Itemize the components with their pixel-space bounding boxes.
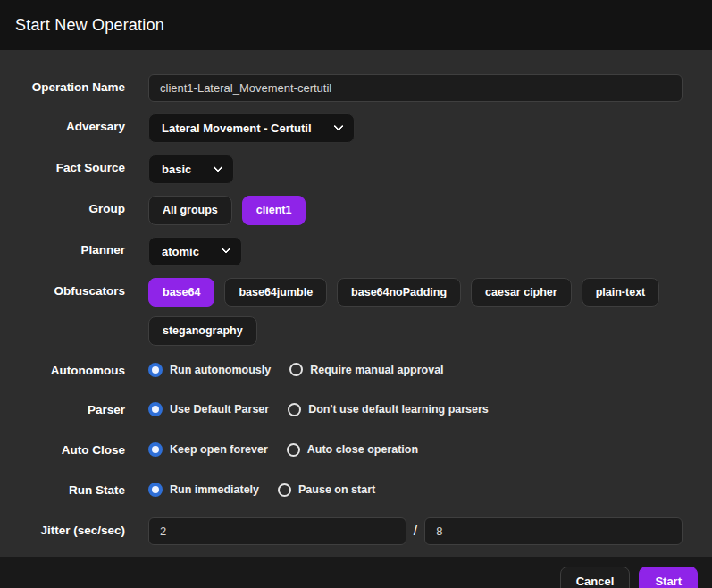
run-state-run-immediately-radio[interactable]: Run immediately [148, 483, 259, 497]
field-row-operation-name: Operation Name [0, 74, 683, 102]
field-row-auto-close: Auto Close Keep open forever Auto close … [0, 437, 683, 458]
group-control: All groups client1 [148, 196, 683, 225]
parser-no-default-learning-radio[interactable]: Don't use default learning parsers [288, 403, 489, 416]
adversary-select[interactable]: Lateral Movement - Certutil [148, 113, 355, 143]
group-client1-button[interactable]: client1 [242, 196, 306, 225]
chevron-down-icon [214, 162, 223, 172]
field-row-run-state: Run State Run immediately Pause on start [0, 477, 683, 498]
jitter-separator: / [414, 523, 417, 539]
operation-name-label: Operation Name [0, 74, 125, 95]
autonomous-run-autonomously-radio[interactable]: Run autonomously [148, 363, 271, 377]
modal-title: Start New Operation [15, 16, 164, 35]
group-label: Group [0, 196, 125, 216]
adversary-label: Adversary [0, 113, 125, 134]
field-row-planner: Planner atomic [0, 237, 683, 266]
field-row-jitter: Jitter (sec/sec) / [0, 517, 683, 545]
chevron-down-icon [333, 121, 343, 130]
radio-icon [278, 483, 291, 497]
run-state-control: Run immediately Pause on start [148, 477, 683, 497]
obfuscator-base64-button[interactable]: base64 [148, 278, 214, 307]
modal-body: Operation Name Adversary Lateral Movemen… [0, 50, 712, 557]
jitter-min-input[interactable] [148, 517, 406, 545]
obfuscator-base64nopadding-button[interactable]: base64noPadding [337, 278, 461, 307]
obfuscator-steganography-button[interactable]: steganography [148, 316, 257, 346]
start-button[interactable]: Start [639, 567, 698, 588]
obfuscator-base64jumble-button[interactable]: base64jumble [224, 278, 327, 307]
field-row-fact-source: Fact Source basic [0, 155, 683, 184]
obfuscator-plain-text-button[interactable]: plain-text [582, 278, 660, 307]
auto-close-keep-open-radio[interactable]: Keep open forever [148, 442, 268, 457]
radio-icon [148, 442, 163, 457]
parser-use-default-radio[interactable]: Use Default Parser [148, 402, 269, 416]
parser-control: Use Default Parser Don't use default lea… [148, 397, 683, 416]
modal-footer: Cancel Start [0, 557, 712, 588]
operation-name-input[interactable] [148, 74, 683, 102]
auto-close-control: Keep open forever Auto close operation [148, 437, 683, 457]
jitter-max-input[interactable] [424, 517, 683, 545]
fact-source-select-value: basic [162, 163, 191, 176]
run-state-pause-on-start-radio[interactable]: Pause on start [278, 483, 375, 497]
radio-icon [287, 443, 300, 457]
field-row-obfuscators: Obfuscators base64 base64jumble base64no… [0, 278, 683, 346]
fact-source-label: Fact Source [0, 155, 125, 175]
parser-label: Parser [0, 397, 125, 417]
autonomous-control: Run autonomously Require manual approval [148, 357, 683, 377]
planner-select[interactable]: atomic [148, 237, 242, 266]
fact-source-select[interactable]: basic [148, 155, 234, 184]
radio-icon [148, 483, 163, 497]
chevron-down-icon [221, 244, 230, 254]
modal-header: Start New Operation [0, 0, 712, 50]
radio-icon [289, 363, 303, 376]
obfuscator-caesar-cipher-button[interactable]: caesar cipher [471, 278, 572, 307]
jitter-label: Jitter (sec/sec) [0, 517, 125, 538]
autonomous-require-manual-approval-radio[interactable]: Require manual approval [289, 363, 443, 376]
obfuscators-label: Obfuscators [0, 278, 125, 298]
start-new-operation-modal: Start New Operation Operation Name Adver… [0, 0, 712, 588]
radio-icon [148, 363, 163, 377]
jitter-control: / [148, 517, 683, 545]
planner-label: Planner [0, 237, 125, 257]
cancel-button[interactable]: Cancel [560, 567, 631, 588]
group-all-groups-button[interactable]: All groups [148, 196, 232, 225]
field-row-group: Group All groups client1 [0, 196, 683, 225]
operation-name-control [148, 74, 683, 102]
planner-control: atomic [148, 237, 683, 266]
field-row-autonomous: Autonomous Run autonomously Require manu… [0, 357, 683, 378]
adversary-select-value: Lateral Movement - Certutil [162, 122, 312, 135]
field-row-adversary: Adversary Lateral Movement - Certutil [0, 113, 683, 143]
radio-icon [288, 403, 301, 416]
planner-select-value: atomic [162, 245, 199, 258]
run-state-label: Run State [0, 477, 125, 498]
autonomous-label: Autonomous [0, 357, 125, 378]
auto-close-auto-close-radio[interactable]: Auto close operation [287, 443, 418, 457]
auto-close-label: Auto Close [0, 437, 125, 458]
fact-source-control: basic [148, 155, 683, 184]
field-row-parser: Parser Use Default Parser Don't use defa… [0, 397, 683, 417]
radio-icon [148, 402, 163, 416]
adversary-control: Lateral Movement - Certutil [148, 113, 683, 143]
obfuscators-control: base64 base64jumble base64noPadding caes… [148, 278, 683, 346]
